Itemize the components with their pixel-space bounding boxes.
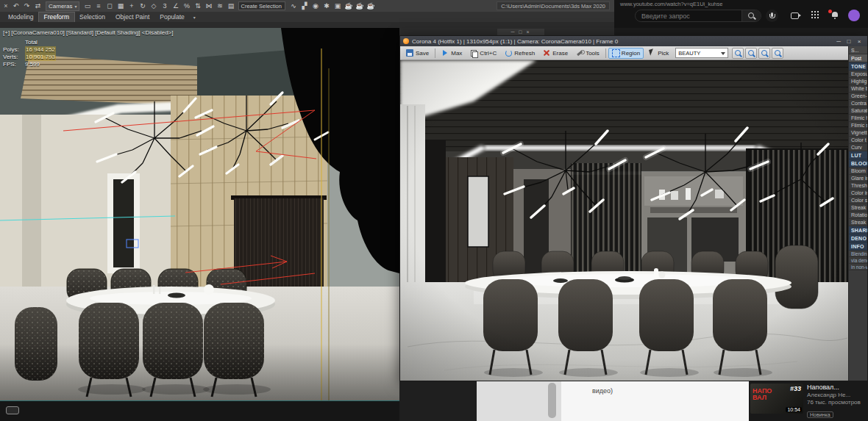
video-title[interactable]: Наповал... — [807, 384, 861, 392]
create-video-button[interactable] — [791, 11, 801, 21]
crossing-selection-icon[interactable]: ▦ — [115, 1, 126, 11]
vfb-erase-button[interactable]: Erase — [539, 48, 572, 59]
vfb-max-button[interactable]: Max — [438, 48, 466, 59]
vfb-setting[interactable]: Filmic h — [849, 115, 867, 122]
viewport-label[interactable]: [+] [CoronaCamera010] [Standard] [Defaul… — [3, 29, 173, 36]
vfb-setting[interactable]: Contra — [849, 100, 867, 107]
maximize-icon[interactable]: □ — [844, 38, 854, 45]
render-iterative-icon[interactable]: ☕ — [344, 1, 354, 11]
video-item[interactable]: НАПО ВАЛ #33 10:54 Наповал... Александр … — [750, 384, 867, 420]
vfb-tab-stats[interactable]: S... — [849, 46, 867, 54]
vfb-setting[interactable]: Filmic s — [849, 122, 867, 129]
ribbon-tab-freeform[interactable]: Freeform — [39, 12, 74, 22]
rectangular-selection-icon[interactable]: ◻ — [104, 1, 115, 11]
vfb-section-info[interactable]: INFO — [849, 242, 867, 251]
vfb-copy-button[interactable]: Ctrl+C — [466, 48, 500, 59]
background-window-controls[interactable]: ─ □ × — [497, 29, 544, 35]
vfb-setting[interactable]: Color t — [849, 137, 867, 144]
vfb-section-tone[interactable]: TONE — [849, 62, 867, 71]
layer-manager-icon[interactable]: ▤ — [226, 1, 236, 11]
vfb-setting[interactable]: Streak — [849, 219, 867, 226]
page-text-fragment: видео) — [592, 387, 613, 395]
vfb-setting[interactable]: Vignett — [849, 129, 867, 137]
render-setup-icon[interactable]: ✱ — [321, 1, 332, 11]
close-icon[interactable]: × — [1, 1, 10, 11]
scrollbar[interactable] — [548, 383, 556, 418]
vfb-setting[interactable]: Exposu — [849, 71, 867, 78]
vfb-setting[interactable]: White b — [849, 85, 867, 93]
close-icon[interactable]: × — [854, 38, 864, 45]
vfb-setting[interactable]: Rotatio — [849, 212, 867, 219]
rendered-frame-icon[interactable]: ▣ — [332, 1, 343, 11]
redo-icon[interactable]: ↷ — [22, 1, 32, 11]
zoom-100-icon[interactable] — [758, 48, 770, 59]
vfb-section-sharp[interactable]: SHARP — [849, 226, 867, 234]
render-canvas[interactable] — [400, 60, 848, 381]
voice-search-button[interactable] — [766, 10, 778, 22]
ribbon-tab-selection[interactable]: Selection — [74, 12, 110, 22]
select-rotate-icon[interactable]: ↻ — [138, 1, 148, 11]
spinner-snap-icon[interactable]: ⇅ — [193, 1, 203, 11]
trackbar-icon[interactable] — [6, 406, 19, 414]
apps-button[interactable] — [811, 11, 822, 21]
corona-title-bar[interactable]: Corona 4 (Hotfix 1) | 1310x954px (1:1) |… — [400, 36, 867, 46]
avatar[interactable] — [848, 10, 860, 21]
undo-icon[interactable]: ↶ — [11, 1, 21, 11]
material-editor-icon[interactable]: ◉ — [310, 1, 321, 11]
channel-select[interactable]: BEAUTY — [675, 48, 728, 58]
vfb-setting[interactable]: Highlig — [849, 78, 867, 85]
vfb-section-lut[interactable]: LUT — [849, 151, 867, 159]
vfb-setting[interactable]: Color in — [849, 190, 867, 197]
max-viewport[interactable]: [+] [CoronaCamera010] [Standard] [Defaul… — [0, 28, 399, 400]
search-button[interactable] — [741, 10, 761, 21]
minimize-icon[interactable]: ─ — [833, 38, 844, 45]
vfb-setting[interactable]: Streak — [849, 204, 867, 212]
vfb-refresh-button[interactable]: Refresh — [501, 48, 538, 59]
project-path-field[interactable]: C:\Users\Admin\Documents\3ds Max 2020 — [497, 1, 610, 10]
vfb-section-bloom[interactable]: BLOOM — [849, 159, 867, 168]
stats-verts-value: 10 901 793 — [25, 54, 56, 61]
vfb-save-button[interactable]: Save — [402, 48, 433, 59]
vfb-tab-post[interactable]: Post — [849, 54, 867, 62]
vfb-setting[interactable]: Color s — [849, 197, 867, 204]
vfb-setting[interactable]: Thresh — [849, 182, 867, 190]
vfb-setting[interactable]: Glare in — [849, 175, 867, 182]
vfb-tools-button[interactable]: Tools — [572, 48, 603, 59]
vfb-region-button[interactable]: Region — [608, 48, 644, 59]
percent-snap-icon[interactable]: % — [182, 1, 192, 11]
zoom-out-icon[interactable] — [732, 48, 744, 59]
video-thumbnail[interactable]: НАПО ВАЛ #33 10:54 — [750, 384, 803, 414]
zoom-in-icon[interactable] — [745, 48, 757, 59]
select-move-icon[interactable]: + — [127, 1, 137, 11]
video-channel[interactable]: Александр Не... — [807, 392, 861, 399]
select-by-name-icon[interactable]: ≡ — [93, 1, 104, 11]
create-selection-set-field[interactable] — [238, 1, 285, 10]
select-object-icon[interactable]: ▭ — [82, 1, 93, 11]
browser-url[interactable]: www.youtube.com/watch?v=qE1Ui_kuhse — [620, 1, 722, 7]
render-preview-icon[interactable]: ☕ — [355, 1, 365, 11]
align-icon[interactable]: ≋ — [215, 1, 225, 11]
render-production-icon[interactable]: ☕ — [366, 1, 376, 11]
vfb-pick-button[interactable]: Pick — [644, 48, 672, 59]
schematic-view-icon[interactable]: ▞ — [299, 1, 310, 11]
select-scale-icon[interactable]: ◇ — [149, 1, 159, 11]
ribbon-tab-modeling[interactable]: Modeling — [3, 12, 39, 22]
zoom-fit-icon[interactable] — [772, 48, 783, 59]
vfb-section-deno[interactable]: DENO — [849, 234, 867, 242]
cameras-dropdown[interactable]: Cameras ▾ — [46, 1, 79, 11]
angle-snap-icon[interactable]: ∠ — [171, 1, 181, 11]
search-input[interactable] — [636, 10, 741, 21]
tools-icon — [576, 49, 583, 57]
select-link-icon[interactable]: ⇄ — [33, 1, 43, 11]
notifications-button[interactable] — [830, 11, 841, 21]
ribbon-tab-object-paint[interactable]: Object Paint — [110, 12, 154, 22]
vfb-setting[interactable]: Saturat — [849, 107, 867, 115]
mirror-icon[interactable]: ⋈ — [204, 1, 214, 11]
ribbon-tab-populate[interactable]: Populate — [154, 12, 190, 22]
vfb-setting[interactable]: Green- — [849, 93, 867, 100]
ribbon-dropdown-icon[interactable]: ▾ — [190, 15, 199, 20]
curve-editor-icon[interactable]: ∿ — [288, 1, 299, 11]
vfb-setting[interactable]: Bloom i — [849, 168, 867, 175]
vfb-setting[interactable]: Curv — [849, 144, 867, 151]
snap-toggle-icon[interactable]: 3 — [160, 1, 170, 11]
